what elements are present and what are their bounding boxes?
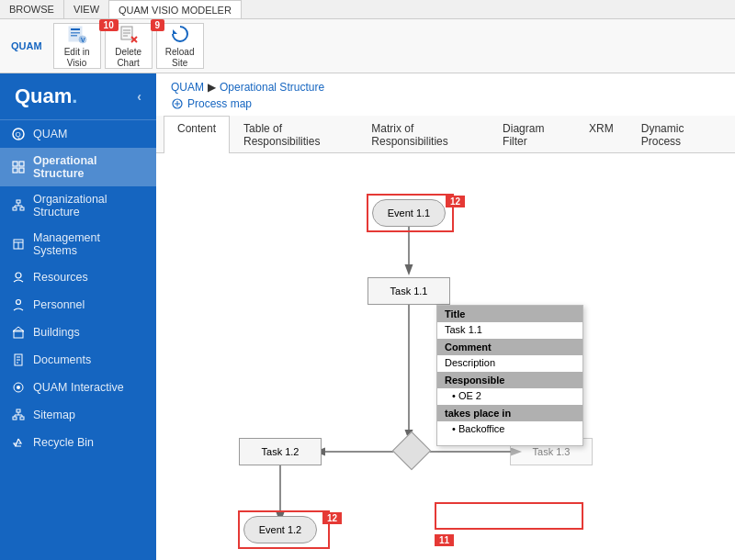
svg-rect-19 (17, 200, 20, 203)
tab-matrix-responsibilities[interactable]: Matrix of Responsibilities (357, 116, 489, 153)
edit-visio-button[interactable]: V Edit inVisio (53, 23, 101, 69)
sidebar-buildings-label: Buildings (33, 326, 80, 339)
delete-chart-wrap: DeleteChart 10 (105, 23, 153, 69)
svg-rect-39 (17, 409, 20, 412)
page-subtitle[interactable]: Process map (156, 95, 735, 116)
sidebar-collapse-button[interactable]: ‹ (137, 89, 141, 104)
reload-site-label: ReloadSite (165, 47, 195, 69)
process-map-label: Process map (187, 97, 252, 110)
diagram-canvas: Event 1.1 Task 1.1 Task 1.2 Task 1.3 (207, 172, 684, 560)
sidebar-interactive-label: QUAM Interactive (33, 381, 124, 394)
tab-table-responsibilities[interactable]: Table of Responsibilities (230, 116, 357, 153)
tab-browse[interactable]: BROWSE (0, 0, 64, 18)
buildings-icon (11, 325, 26, 340)
tab-xrm[interactable]: XRM (575, 116, 628, 153)
reload-site-badge: 9 (151, 19, 165, 31)
svg-point-30 (17, 300, 21, 305)
svg-rect-20 (13, 207, 17, 210)
tab-content[interactable]: Content (164, 116, 230, 153)
svg-rect-40 (13, 417, 17, 420)
documents-icon (11, 353, 26, 367)
svg-point-38 (17, 386, 20, 389)
tab-diagram-filter[interactable]: Diagram Filter (489, 116, 575, 153)
process-map-icon (171, 97, 184, 110)
edit-visio-wrap: V Edit inVisio (53, 23, 101, 69)
sidebar-item-recycle[interactable]: Recycle Bin (0, 429, 156, 456)
popup-takes-place-header: takes place in (437, 405, 582, 421)
sidebar-item-personnel[interactable]: Personnel (0, 291, 156, 319)
tab-view[interactable]: VIEW (64, 0, 109, 18)
management-icon (11, 237, 26, 252)
sidebar-item-documents[interactable]: Documents (0, 346, 156, 374)
svg-rect-3 (71, 35, 77, 37)
sidebar-item-management[interactable]: Management Systems (0, 225, 156, 263)
popup-takes-place-value: • Backoffice (437, 421, 582, 438)
badge-event1-1: 12 (446, 196, 465, 207)
red-outline-takes-place (435, 502, 583, 530)
main-layout: Quam. ‹ Q QUAM Operational Structure Org… (0, 73, 735, 560)
edit-visio-label: Edit inVisio (64, 47, 90, 69)
sidebar-item-quam[interactable]: Q QUAM (0, 120, 156, 148)
sidebar-item-interactive[interactable]: QUAM Interactive (0, 374, 156, 401)
toolbar-buttons-area: QUAM V Edit inVisio (0, 19, 735, 73)
popup-responsible-value: • OE 2 (437, 388, 582, 405)
sidebar-item-resources[interactable]: Resources (0, 263, 156, 291)
sidebar-item-buildings[interactable]: Buildings (0, 319, 156, 346)
recycle-icon (11, 435, 26, 450)
sidebar-sitemap-label: Sitemap (33, 409, 75, 421)
quam-icon: Q (11, 127, 26, 141)
sidebar: Quam. ‹ Q QUAM Operational Structure Org… (0, 73, 156, 560)
gateway[interactable] (392, 431, 431, 470)
event-1-1[interactable]: Event 1.1 (372, 199, 446, 227)
tabs-bar: Content Table of Responsibilities Matrix… (156, 116, 735, 153)
logo-dot: . (72, 84, 77, 107)
svg-text:V: V (81, 37, 85, 43)
delete-chart-label: DeleteChart (115, 47, 141, 69)
svg-rect-16 (19, 162, 24, 166)
svg-rect-15 (13, 162, 17, 166)
popup-comment-value: Description (437, 355, 582, 372)
badge-takes-place: 11 (435, 534, 454, 546)
sidebar-item-operational[interactable]: Operational Structure (0, 148, 156, 186)
operational-icon (11, 160, 26, 174)
quam-label: QUAM (11, 40, 42, 51)
tab-dynamic-process[interactable]: Dynamic Process (628, 116, 728, 153)
delete-chart-badge: 10 (99, 19, 119, 31)
popup-comment-header: Comment (437, 339, 582, 355)
popup-title-value: Task 1.1 (437, 322, 582, 339)
svg-point-29 (16, 273, 21, 278)
svg-rect-17 (13, 168, 17, 173)
sidebar-personnel-label: Personnel (33, 298, 85, 311)
svg-marker-12 (173, 29, 177, 34)
sidebar-logo-area: Quam. ‹ (0, 73, 156, 120)
reload-site-icon (169, 23, 191, 45)
sidebar-organizational-label: Organizational Structure (33, 193, 145, 218)
sidebar-documents-label: Documents (33, 353, 91, 366)
organizational-icon (11, 198, 26, 213)
svg-rect-2 (71, 32, 80, 34)
sidebar-operational-label: Operational Structure (33, 154, 145, 180)
sidebar-item-organizational[interactable]: Organizational Structure (0, 186, 156, 225)
svg-rect-21 (20, 207, 24, 210)
personnel-icon (11, 297, 26, 312)
svg-text:Q: Q (16, 130, 21, 139)
task-1-1[interactable]: Task 1.1 (368, 277, 450, 305)
event-1-2[interactable]: Event 1.2 (243, 516, 317, 543)
tab-quam-visio[interactable]: QUAM VISIO MODELER (109, 0, 242, 18)
breadcrumb-home[interactable]: QUAM (171, 81, 204, 94)
sidebar-resources-label: Resources (33, 271, 88, 284)
edit-visio-icon: V (66, 23, 88, 45)
svg-rect-41 (20, 417, 24, 420)
info-popup: Title Task 1.1 Comment Description Respo… (436, 305, 583, 446)
badge-event1-2: 12 (322, 512, 342, 524)
breadcrumb-current[interactable]: Operational Structure (220, 81, 324, 94)
logo-text: Quam. (15, 84, 77, 108)
content-area: QUAM ▶ Operational Structure Process map… (156, 73, 735, 560)
sidebar-management-label: Management Systems (33, 231, 145, 257)
svg-rect-18 (19, 168, 24, 173)
sidebar-quam-label: QUAM (33, 128, 68, 140)
diagram-area[interactable]: Event 1.1 Task 1.1 Task 1.2 Task 1.3 (156, 153, 735, 560)
sitemap-icon (11, 408, 26, 422)
task-1-2[interactable]: Task 1.2 (239, 438, 322, 465)
sidebar-item-sitemap[interactable]: Sitemap (0, 401, 156, 429)
